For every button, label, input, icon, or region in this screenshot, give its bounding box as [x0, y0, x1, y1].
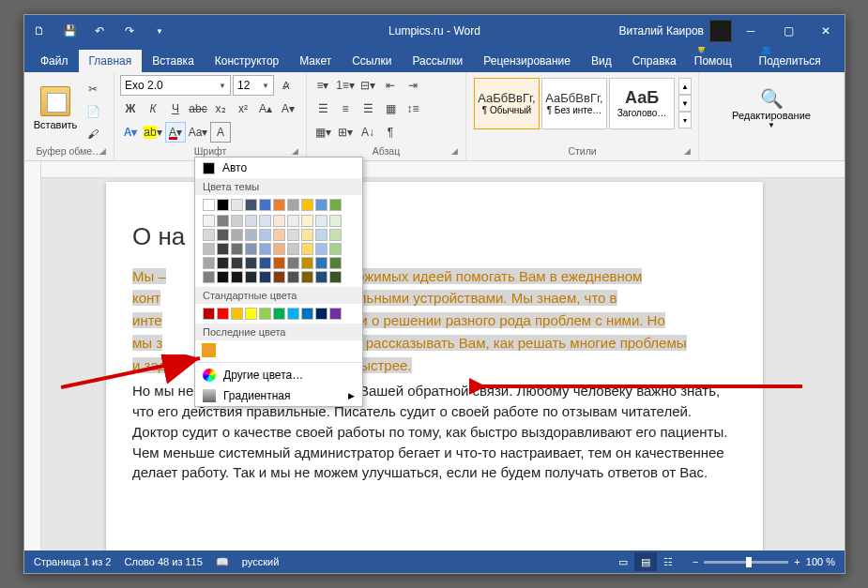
color-swatch[interactable]	[231, 243, 243, 255]
horizontal-ruler[interactable]	[41, 161, 845, 178]
color-swatch[interactable]	[273, 199, 285, 211]
color-swatch[interactable]	[273, 308, 285, 320]
color-swatch[interactable]	[273, 229, 285, 241]
tab-insert[interactable]: Вставка	[142, 50, 205, 72]
style-normal[interactable]: АаБбВвГг, ¶ Обычный	[474, 78, 540, 129]
color-swatch[interactable]	[301, 215, 313, 227]
copy-icon[interactable]: 📄	[83, 101, 103, 122]
proofing-icon[interactable]: 📖	[216, 556, 229, 568]
color-swatch[interactable]	[231, 229, 243, 241]
close-button[interactable]: ✕	[807, 15, 845, 47]
char-border-icon[interactable]: A	[210, 122, 231, 143]
color-swatch[interactable]	[217, 308, 229, 320]
color-swatch[interactable]	[217, 271, 229, 283]
color-swatch[interactable]	[203, 308, 215, 320]
vertical-ruler[interactable]	[24, 161, 41, 550]
style-heading1[interactable]: АаБ Заголово…	[609, 78, 675, 129]
outdent-icon[interactable]: ⇤	[380, 75, 401, 96]
line-spacing-icon[interactable]: ↕≡	[403, 98, 423, 119]
tab-references[interactable]: Ссылки	[342, 50, 402, 72]
bold-button[interactable]: Ж	[120, 98, 141, 119]
color-swatch[interactable]	[315, 257, 327, 269]
styles-down-icon[interactable]: ▼	[678, 95, 692, 112]
highlight-icon[interactable]: ab▾	[143, 122, 163, 143]
zoom-in-icon[interactable]: +	[794, 556, 799, 567]
color-swatch[interactable]	[315, 308, 327, 320]
clipboard-launcher[interactable]: ◢	[99, 146, 111, 158]
color-swatch[interactable]	[315, 215, 327, 227]
color-auto[interactable]: Авто	[195, 158, 362, 178]
status-page[interactable]: Страница 1 из 2	[34, 556, 111, 567]
color-swatch[interactable]	[245, 243, 257, 255]
color-swatch[interactable]	[203, 257, 215, 269]
styles-more-icon[interactable]: ▾	[678, 112, 692, 128]
color-swatch[interactable]	[287, 243, 299, 255]
zoom-out-icon[interactable]: −	[693, 556, 698, 567]
shrink-font-icon[interactable]: A▾	[278, 98, 298, 119]
underline-button[interactable]: Ч	[165, 98, 186, 119]
save-icon[interactable]: 💾	[54, 15, 84, 47]
color-swatch[interactable]	[245, 229, 257, 241]
color-swatch[interactable]	[301, 229, 313, 241]
color-swatch[interactable]	[203, 229, 215, 241]
color-swatch[interactable]	[259, 199, 271, 211]
color-swatch[interactable]	[329, 229, 342, 241]
style-no-spacing[interactable]: АаБбВвГг, ¶ Без инте…	[541, 78, 607, 129]
bullets-icon[interactable]: ≡▾	[312, 75, 333, 96]
color-swatch[interactable]	[203, 243, 215, 255]
tab-help[interactable]: Справка	[622, 50, 687, 72]
color-swatch[interactable]	[245, 257, 257, 269]
grow-font-icon[interactable]: A▴	[255, 98, 276, 119]
color-swatch[interactable]	[245, 271, 257, 283]
more-colors[interactable]: Другие цвета…	[195, 365, 362, 385]
tab-mailings[interactable]: Рассылки	[402, 50, 473, 72]
user-name[interactable]: Виталий Каиров	[618, 24, 704, 38]
color-swatch[interactable]	[301, 308, 313, 320]
view-print-icon[interactable]: ▤	[634, 552, 657, 571]
color-swatch[interactable]	[329, 199, 342, 211]
numbering-icon[interactable]: 1≡▾	[335, 75, 356, 96]
view-read-icon[interactable]: ▭	[612, 552, 634, 571]
font-color-button[interactable]: A▾	[165, 122, 186, 143]
color-swatch[interactable]	[259, 308, 271, 320]
autosave-icon[interactable]: 🗋	[24, 15, 54, 47]
tab-design[interactable]: Конструктор	[205, 50, 289, 72]
font-name-combo[interactable]: Exo 2.0▼	[120, 75, 231, 96]
color-swatch[interactable]	[217, 215, 229, 227]
align-left-icon[interactable]: ☰	[312, 98, 333, 119]
color-swatch[interactable]	[217, 257, 229, 269]
color-swatch[interactable]	[287, 308, 299, 320]
show-marks-icon[interactable]: ¶	[380, 122, 401, 143]
color-swatch[interactable]	[329, 257, 342, 269]
color-swatch[interactable]	[329, 215, 342, 227]
color-swatch[interactable]	[217, 229, 229, 241]
styles-up-icon[interactable]: ▲	[678, 78, 692, 95]
color-swatch[interactable]	[259, 229, 271, 241]
minimize-button[interactable]: ─	[732, 15, 769, 47]
color-swatch[interactable]	[287, 257, 299, 269]
color-swatch[interactable]	[315, 243, 327, 255]
redo-icon[interactable]: ↷	[114, 15, 145, 47]
zoom-level[interactable]: 100 %	[806, 556, 835, 567]
tab-file[interactable]: Файл	[30, 50, 79, 72]
color-swatch[interactable]	[245, 199, 257, 211]
color-swatch[interactable]	[259, 243, 271, 255]
color-swatch[interactable]	[301, 199, 313, 211]
status-lang[interactable]: русский	[242, 556, 279, 567]
color-swatch[interactable]	[231, 271, 243, 283]
subscript-button[interactable]: x₂	[210, 98, 231, 119]
view-web-icon[interactable]: ☷	[657, 552, 679, 571]
color-swatch[interactable]	[245, 308, 257, 320]
color-swatch[interactable]	[301, 243, 313, 255]
borders-icon[interactable]: ⊞▾	[335, 122, 356, 143]
color-swatch[interactable]	[315, 199, 327, 211]
color-swatch[interactable]	[203, 215, 215, 227]
color-swatch[interactable]	[245, 215, 257, 227]
undo-icon[interactable]: ↶	[84, 15, 114, 47]
color-swatch[interactable]	[273, 257, 285, 269]
text-effects-icon[interactable]: A▾	[120, 122, 141, 143]
format-painter-icon[interactable]: 🖌	[83, 124, 103, 144]
color-swatch[interactable]	[287, 229, 299, 241]
color-swatch[interactable]	[259, 257, 271, 269]
zoom-slider[interactable]	[704, 561, 788, 564]
